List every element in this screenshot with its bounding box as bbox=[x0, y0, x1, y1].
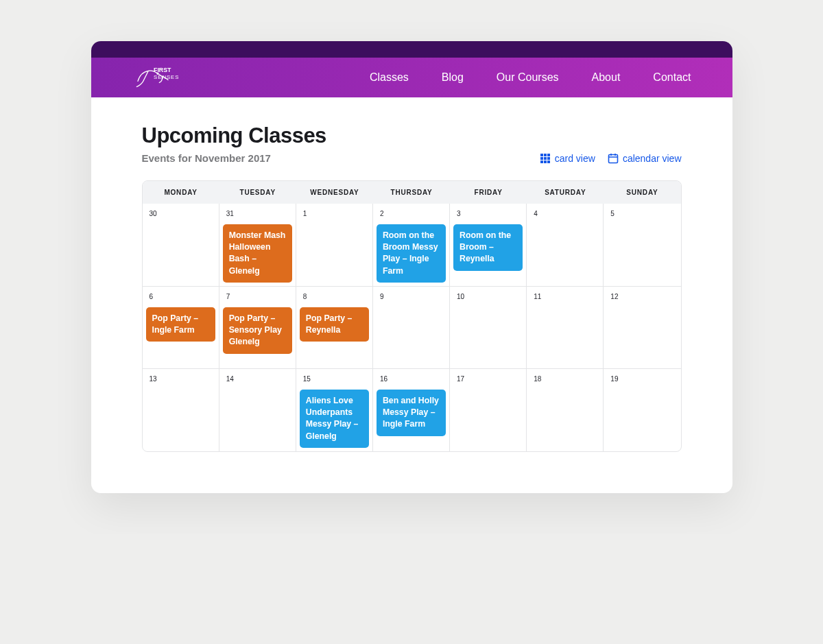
calendar-cell[interactable]: 9 bbox=[373, 286, 450, 368]
calendar-cell[interactable]: 2Room on the Broom Messy Play – Ingle Fa… bbox=[373, 204, 450, 286]
day-number: 2 bbox=[377, 207, 446, 220]
main-content: Upcoming Classes Events for November 201… bbox=[91, 97, 732, 493]
svg-rect-5 bbox=[547, 154, 550, 156]
calendar-view-label: calendar view bbox=[623, 153, 682, 164]
main-nav: FIRST SENSES Classes Blog Our Courses Ab… bbox=[91, 58, 732, 97]
svg-rect-9 bbox=[540, 160, 543, 163]
calendar-event[interactable]: Room on the Broom – Reynella bbox=[453, 224, 523, 271]
calendar-view-toggle[interactable]: calendar view bbox=[608, 153, 682, 164]
calendar-cell[interactable]: 5 bbox=[604, 204, 680, 286]
day-number: 13 bbox=[146, 372, 215, 385]
svg-rect-3 bbox=[540, 154, 543, 156]
day-number: 3 bbox=[453, 207, 523, 220]
calendar-event[interactable]: Room on the Broom Messy Play – Ingle Far… bbox=[377, 224, 446, 283]
calendar-cell[interactable]: 18 bbox=[527, 368, 604, 451]
day-header-wed: WEDNESDAY bbox=[296, 181, 373, 204]
calendar-event[interactable]: Monster Mash Halloween Bash – Glenelg bbox=[223, 224, 292, 283]
calendar-event[interactable]: Pop Party – Ingle Farm bbox=[146, 307, 215, 342]
nav-link-blog[interactable]: Blog bbox=[442, 71, 464, 84]
calendar-cell[interactable]: 7Pop Party – Sensory Play Glenelg bbox=[219, 286, 296, 368]
day-header-sun: SUNDAY bbox=[604, 181, 680, 204]
day-number: 17 bbox=[453, 372, 523, 385]
nav-links: Classes Blog Our Courses About Contact bbox=[370, 71, 691, 84]
calendar-event[interactable]: Pop Party – Reynella bbox=[300, 307, 369, 342]
svg-rect-11 bbox=[547, 160, 550, 163]
day-number: 30 bbox=[146, 207, 215, 220]
svg-rect-12 bbox=[608, 154, 617, 163]
day-number: 12 bbox=[607, 290, 677, 303]
day-number: 15 bbox=[300, 372, 369, 385]
nav-link-about[interactable]: About bbox=[592, 71, 621, 84]
calendar-cell[interactable]: 19 bbox=[604, 368, 680, 451]
calendar-body: 3031Monster Mash Halloween Bash – Glenel… bbox=[143, 204, 681, 451]
calendar-grid: MONDAY TUESDAY WEDNESDAY THURSDAY FRIDAY… bbox=[142, 180, 682, 452]
day-number: 1 bbox=[300, 207, 369, 220]
day-header-fri: FRIDAY bbox=[450, 181, 527, 204]
svg-text:SENSES: SENSES bbox=[154, 74, 179, 80]
grid-icon bbox=[540, 153, 551, 164]
day-number: 31 bbox=[223, 207, 292, 220]
window-top-bar bbox=[91, 41, 732, 58]
calendar-event[interactable]: Pop Party – Sensory Play Glenelg bbox=[223, 307, 292, 354]
day-number: 10 bbox=[453, 290, 523, 303]
card-view-label: card view bbox=[555, 153, 595, 164]
calendar-icon bbox=[608, 153, 619, 164]
calendar-cell[interactable]: 11 bbox=[527, 286, 604, 368]
calendar-event[interactable]: Aliens Love Underpants Messy Play – Glen… bbox=[300, 390, 369, 448]
nav-link-courses[interactable]: Our Courses bbox=[497, 71, 559, 84]
calendar-cell[interactable]: 8Pop Party – Reynella bbox=[296, 286, 373, 368]
calendar-cell[interactable]: 14 bbox=[219, 368, 296, 451]
card-view-toggle[interactable]: card view bbox=[540, 153, 595, 164]
calendar-cell[interactable]: 30 bbox=[143, 204, 219, 286]
calendar-cell[interactable]: 12 bbox=[604, 286, 680, 368]
page-title: Upcoming Classes bbox=[142, 123, 682, 148]
calendar-event[interactable]: Ben and Holly Messy Play – Ingle Farm bbox=[377, 390, 446, 436]
view-toggles: card view calendar view bbox=[540, 153, 682, 164]
svg-rect-8 bbox=[547, 157, 550, 160]
brand-logo[interactable]: FIRST SENSES bbox=[132, 62, 179, 93]
day-header-tue: TUESDAY bbox=[219, 181, 296, 204]
day-number: 16 bbox=[377, 372, 446, 385]
calendar-cell[interactable]: 1 bbox=[296, 204, 373, 286]
calendar-cell[interactable]: 3Room on the Broom – Reynella bbox=[450, 204, 527, 286]
day-number: 18 bbox=[530, 372, 599, 385]
calendar-cell[interactable]: 16Ben and Holly Messy Play – Ingle Farm bbox=[373, 368, 450, 451]
svg-rect-7 bbox=[544, 157, 547, 160]
day-number: 5 bbox=[607, 207, 677, 220]
day-number: 4 bbox=[530, 207, 599, 220]
bird-logo-icon: FIRST SENSES bbox=[132, 62, 179, 93]
day-header-thu: THURSDAY bbox=[373, 181, 450, 204]
app-window: FIRST SENSES Classes Blog Our Courses Ab… bbox=[91, 41, 732, 493]
day-number: 8 bbox=[300, 290, 369, 303]
day-number: 19 bbox=[607, 372, 677, 385]
day-number: 14 bbox=[223, 372, 292, 385]
day-number: 11 bbox=[530, 290, 599, 303]
events-subtitle: Events for November 2017 bbox=[142, 152, 271, 164]
nav-link-contact[interactable]: Contact bbox=[653, 71, 691, 84]
day-number: 7 bbox=[223, 290, 292, 303]
subtitle-row: Events for November 2017 card view bbox=[142, 152, 682, 164]
day-number: 9 bbox=[377, 290, 446, 303]
calendar-cell[interactable]: 31Monster Mash Halloween Bash – Glenelg bbox=[219, 204, 296, 286]
calendar-header-row: MONDAY TUESDAY WEDNESDAY THURSDAY FRIDAY… bbox=[143, 181, 681, 204]
calendar-cell[interactable]: 13 bbox=[143, 368, 219, 451]
day-header-sat: SATURDAY bbox=[527, 181, 604, 204]
day-header-mon: MONDAY bbox=[143, 181, 219, 204]
svg-rect-6 bbox=[540, 157, 543, 160]
calendar-cell[interactable]: 15Aliens Love Underpants Messy Play – Gl… bbox=[296, 368, 373, 451]
calendar-cell[interactable]: 10 bbox=[450, 286, 527, 368]
nav-link-classes[interactable]: Classes bbox=[370, 71, 409, 84]
svg-text:FIRST: FIRST bbox=[154, 67, 171, 73]
svg-rect-4 bbox=[544, 154, 547, 156]
day-number: 6 bbox=[146, 290, 215, 303]
calendar-cell[interactable]: 4 bbox=[527, 204, 604, 286]
calendar-cell[interactable]: 6Pop Party – Ingle Farm bbox=[143, 286, 219, 368]
svg-rect-10 bbox=[544, 160, 547, 163]
calendar-cell[interactable]: 17 bbox=[450, 368, 527, 451]
